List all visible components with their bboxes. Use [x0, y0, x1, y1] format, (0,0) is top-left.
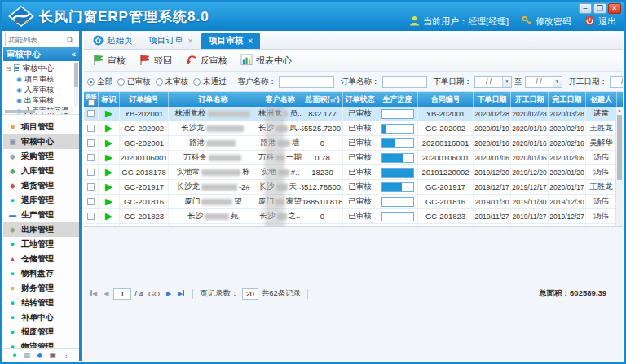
- tab-项目订单[interactable]: 项目订单×: [142, 33, 201, 49]
- search-input[interactable]: [8, 36, 67, 44]
- tab-close-icon[interactable]: ×: [248, 37, 253, 46]
- table-row[interactable]: ▶GC-201823长沙苑长沙之..0已审核GC-2018232019/11/2…: [84, 209, 623, 224]
- table-row[interactable]: ▶YB-202001株洲党校株洲党员..832.177已审核YB-2020012…: [84, 107, 623, 121]
- progress-bar: [381, 124, 414, 134]
- column-header-7[interactable]: 生产进度: [377, 92, 418, 107]
- tree-horizontal-scrollbar[interactable]: [5, 110, 73, 113]
- redacted-text-prefix: 万科金: [183, 152, 207, 163]
- sidebar-item-13[interactable]: ●补单中心: [3, 310, 79, 325]
- start-date-input[interactable]: / / ▼: [610, 76, 623, 88]
- edit-icon[interactable]: ◆: [37, 351, 42, 359]
- sidebar-item-10[interactable]: ●物料盘存: [3, 266, 79, 281]
- column-header-10[interactable]: 开工日期: [511, 92, 549, 107]
- tree-vertical-scrollbar[interactable]: [74, 63, 78, 107]
- column-header-9[interactable]: 下单日期: [474, 92, 511, 107]
- sidebar-item-8[interactable]: ●工地管理: [3, 237, 79, 252]
- collapse-chevron-icon[interactable]: «: [71, 50, 76, 59]
- order-date-from-input[interactable]: / / ▼: [474, 76, 512, 88]
- scroll-up-icon[interactable]: ▲: [616, 107, 623, 114]
- radio-3[interactable]: 未通过: [193, 77, 227, 87]
- cart-icon[interactable]: ▦: [24, 351, 31, 359]
- order-date-to-input[interactable]: / / ▼: [525, 76, 562, 88]
- sidebar-item-2[interactable]: ◆采购管理: [3, 149, 79, 164]
- sidebar-item-14[interactable]: ●报废管理: [3, 325, 79, 340]
- table-row[interactable]: ▶GC-2018178实地常栋实地#..18230已审核201912200022…: [84, 165, 623, 180]
- row-checkbox[interactable]: [87, 154, 95, 161]
- tab-项目审核[interactable]: 项目审核×: [201, 33, 260, 49]
- sidebar-item-3[interactable]: ◆入库管理: [3, 164, 79, 178]
- sidebar-item-1[interactable]: ▣审核中心: [3, 134, 79, 149]
- sidebar-item-6[interactable]: ▬生产管理: [3, 208, 79, 222]
- minimize-button[interactable]: –: [579, 3, 592, 14]
- calendar-dropdown-icon[interactable]: ▼: [502, 77, 511, 87]
- tree-root-audit-center[interactable]: ⊟ 审核中心: [6, 63, 73, 74]
- go-button[interactable]: GO: [147, 290, 161, 298]
- report-icon[interactable]: ▣: [49, 351, 56, 359]
- column-header-6[interactable]: 订单状态: [343, 92, 377, 107]
- tree-item-2[interactable]: ◉出库审核: [6, 95, 73, 106]
- column-header-2[interactable]: 订单编号: [120, 92, 169, 107]
- tree-collapse-icon[interactable]: ⊟: [6, 65, 11, 72]
- column-header-3[interactable]: 订单名称: [169, 92, 258, 107]
- column-header-11[interactable]: 完工日期: [549, 92, 586, 107]
- row-checkbox[interactable]: [87, 213, 95, 220]
- column-header-1[interactable]: 标识: [99, 92, 120, 107]
- last-page-button[interactable]: ▶: [176, 290, 186, 297]
- report-chart-button[interactable]: 报表中心: [237, 52, 298, 69]
- table-row[interactable]: ▶GC-201917长沙龙-2#长沙天..8512.78600..已审核GC-2…: [84, 180, 623, 195]
- radio-0[interactable]: 全部: [87, 77, 112, 87]
- page-number-input[interactable]: [113, 288, 131, 300]
- sidebar-item-5[interactable]: ●退库管理: [3, 193, 79, 208]
- row-checkbox[interactable]: [87, 110, 95, 117]
- column-header-12[interactable]: 创建人: [586, 92, 617, 107]
- radio-1[interactable]: 已审核: [117, 77, 151, 87]
- close-button[interactable]: ×: [608, 3, 621, 14]
- table-row[interactable]: ▶20200106001万科金万科一期0.78已审核20200106001202…: [84, 151, 623, 165]
- sidebar-item-11[interactable]: ●财务管理: [3, 281, 79, 296]
- row-checkbox[interactable]: [87, 169, 95, 176]
- row-checkbox[interactable]: [87, 198, 95, 205]
- column-header-5[interactable]: 总面积(㎡): [302, 92, 343, 107]
- flag-red-button[interactable]: 驳回: [135, 52, 179, 69]
- logout-button[interactable]: 退出: [584, 15, 616, 28]
- tree-item-0[interactable]: ◉项目审核: [6, 74, 73, 85]
- prev-page-button[interactable]: ◀: [102, 290, 110, 297]
- sidebar-item-4[interactable]: ◆退货管理: [3, 178, 79, 193]
- next-page-button[interactable]: ▶: [165, 290, 173, 297]
- sidebar-panel-header[interactable]: 审核中心 «: [3, 47, 79, 61]
- calendar-dropdown-icon[interactable]: ▼: [553, 77, 562, 87]
- select-all-checkbox[interactable]: [88, 99, 95, 106]
- vertical-scroll-thumb[interactable]: [617, 115, 622, 180]
- tab-起始页[interactable]: 起始页: [86, 33, 140, 49]
- module-dot-icon[interactable]: ●: [12, 351, 16, 359]
- page-size-input[interactable]: [242, 288, 258, 300]
- first-page-button[interactable]: ◀: [89, 290, 99, 297]
- column-header-0[interactable]: 选择: [84, 92, 99, 107]
- sidebar-item-0[interactable]: ■项目管理: [3, 120, 79, 134]
- sidebar-item-15[interactable]: ●物流管理: [3, 340, 79, 348]
- radio-2[interactable]: 未审核: [156, 77, 189, 87]
- table-row[interactable]: ▶GC-202001路港路港墙0已审核202001160012020/01/16…: [84, 136, 623, 151]
- sidebar-item-7[interactable]: ◆出库管理: [3, 222, 79, 237]
- flag-green-button[interactable]: 审核: [89, 52, 132, 69]
- table-row[interactable]: ▶GC-201816厦门望厦门寓望188510.818已审核GC-2018162…: [84, 195, 623, 209]
- row-checkbox[interactable]: [87, 139, 95, 147]
- order-name-input[interactable]: [382, 76, 427, 88]
- progress-bar: [381, 197, 414, 207]
- column-header-8[interactable]: 合同编号: [418, 92, 474, 107]
- sidebar-item-9[interactable]: ▲仓储管理: [3, 252, 79, 266]
- row-checkbox[interactable]: [87, 125, 95, 132]
- customer-name-input[interactable]: [279, 76, 334, 88]
- tree-item-1[interactable]: ◉入库审核: [6, 85, 73, 95]
- restore-button[interactable]: ❐: [593, 3, 606, 14]
- column-header-4[interactable]: 客户名称: [258, 92, 302, 107]
- undo-arrow-button[interactable]: 反审核: [182, 52, 234, 69]
- tab-close-icon[interactable]: ×: [188, 37, 193, 46]
- sidebar-item-12[interactable]: ●结转管理: [3, 296, 79, 310]
- table-row[interactable]: ▶GC-201925常德龙10常德原..266077.835..已审核GC-20…: [84, 224, 623, 226]
- row-checkbox[interactable]: [87, 183, 95, 191]
- grid-vertical-scrollbar[interactable]: ▲ ▼: [615, 107, 623, 226]
- more-icon[interactable]: ⋮: [63, 351, 70, 359]
- table-row[interactable]: ▶GC-202002长沙龙长沙凤..65525.7200..已审核GC-2020…: [84, 121, 623, 136]
- change-password-button[interactable]: 修改密码: [522, 15, 571, 28]
